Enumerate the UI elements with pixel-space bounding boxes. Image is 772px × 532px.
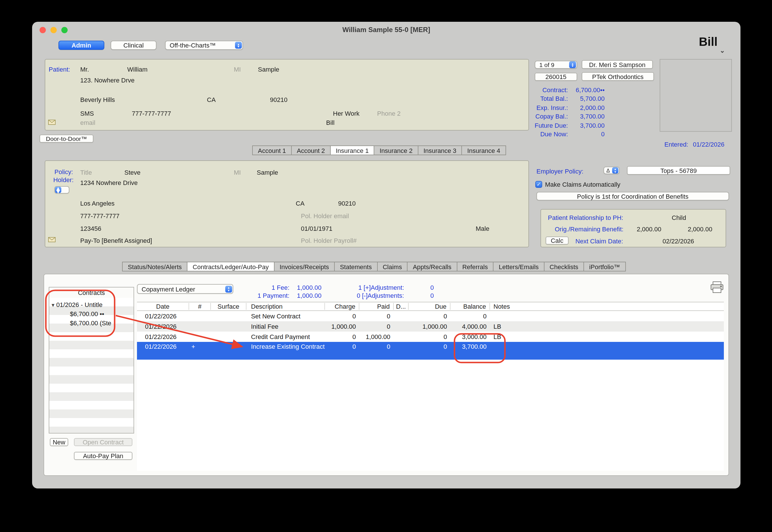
patient-city-field[interactable]: Beverly Hills bbox=[80, 96, 115, 103]
admin-tab-button[interactable]: Admin bbox=[58, 41, 104, 50]
ph-payto-field[interactable]: Pay-To [Benefit Assigned] bbox=[80, 237, 152, 244]
col-charge[interactable]: Charge bbox=[325, 303, 359, 310]
patient-last-name-field[interactable]: Sample bbox=[258, 66, 279, 73]
autopay-plan-button[interactable]: Auto-Pay Plan bbox=[74, 452, 132, 460]
benefit-remaining[interactable]: 2,000.00 bbox=[688, 226, 712, 232]
ph-title-placeholder[interactable]: Title bbox=[80, 169, 92, 176]
ledger-view-dropdown[interactable]: Copayment Ledger bbox=[137, 284, 233, 294]
col-surface[interactable]: Surface bbox=[211, 303, 247, 310]
col-notes[interactable]: Notes bbox=[490, 303, 724, 310]
tab-insurance-1[interactable]: Insurance 1 bbox=[330, 145, 375, 155]
benefit-original[interactable]: 2,000.00 bbox=[637, 226, 661, 232]
disclosure-triangle-icon[interactable] bbox=[52, 301, 54, 308]
contract-tree-child[interactable]: $6,700.00 •• bbox=[70, 310, 104, 317]
col-balance[interactable]: Balance bbox=[450, 303, 490, 310]
patient-state-field[interactable]: CA bbox=[207, 96, 216, 103]
app-window: William Sample 55-0 [MER] Admin Clinical… bbox=[32, 22, 741, 488]
user-menu[interactable]: Bill bbox=[699, 35, 718, 49]
ledger-summary-left: 1 Fee:1,000.00 1 Payment:1,000.00 bbox=[246, 283, 322, 300]
ph-address-field[interactable]: 1234 Nowhere Drive bbox=[80, 179, 138, 186]
col-number[interactable]: # bbox=[189, 303, 211, 310]
tab-claims[interactable]: Claims bbox=[377, 262, 407, 271]
tab-status-notes-alerts[interactable]: Status/Notes/Alerts bbox=[122, 262, 187, 271]
print-icon[interactable] bbox=[710, 281, 724, 296]
tab-checklists[interactable]: Checklists bbox=[544, 262, 584, 271]
col-due[interactable]: Due bbox=[409, 303, 450, 310]
tab-invoices-receipts[interactable]: Invoices/Receipts bbox=[274, 262, 335, 271]
coordination-button[interactable]: Policy is 1st for Coordination of Benefi… bbox=[536, 192, 729, 200]
chevron-down-icon[interactable] bbox=[720, 45, 725, 55]
ph-zip-field[interactable]: 90210 bbox=[338, 200, 356, 207]
tab-account-2[interactable]: Account 2 bbox=[291, 145, 331, 155]
tab-iportfolio[interactable]: iPortfolio™ bbox=[584, 262, 626, 271]
new-contract-button[interactable]: New bbox=[50, 438, 68, 446]
contract-tree-node[interactable]: 01/2026 - Untitle bbox=[52, 301, 103, 308]
door-to-door-button[interactable]: Door-to-Door™ bbox=[40, 135, 93, 143]
cell-paid: 0 bbox=[359, 343, 394, 350]
col-description[interactable]: Description bbox=[247, 303, 325, 310]
col-d[interactable]: D... bbox=[394, 303, 409, 310]
calc-button[interactable]: Calc bbox=[545, 237, 568, 245]
next-claim-label: Next Claim Date: bbox=[575, 238, 623, 245]
neg-adj-value: 0 bbox=[404, 292, 434, 299]
ph-email-placeholder[interactable]: Pol. Holder email bbox=[301, 212, 349, 219]
patient-first-name-field[interactable]: William bbox=[127, 66, 147, 73]
tab-contracts-ledger-autopay[interactable]: Contracts/Ledger/Auto-Pay bbox=[187, 262, 274, 271]
cell-description: Credit Card Payment bbox=[247, 333, 325, 340]
ph-city-field[interactable]: Los Angeles bbox=[80, 200, 115, 207]
screen: William Sample 55-0 [MER] Admin Clinical… bbox=[0, 0, 772, 532]
envelope-icon[interactable] bbox=[48, 237, 56, 243]
col-paid[interactable]: Paid bbox=[359, 303, 394, 310]
patient-address-field[interactable]: 123. Nowhere Drve bbox=[80, 77, 135, 84]
clinical-tab-button[interactable]: Clinical bbox=[111, 41, 156, 50]
patient-phone-field[interactable]: 777-777-7777 bbox=[132, 110, 171, 117]
stat-value: 3,700.00 bbox=[571, 122, 605, 129]
envelope-icon[interactable] bbox=[48, 119, 56, 126]
make-claims-checkbox[interactable] bbox=[535, 181, 542, 188]
tab-appts-recalls[interactable]: Appts/Recalls bbox=[407, 262, 457, 271]
next-claim-date[interactable]: 02/22/2026 bbox=[663, 238, 694, 245]
employer-delta-dropdown[interactable]: Δ bbox=[604, 167, 620, 174]
cell-charge: 0 bbox=[325, 313, 359, 320]
ph-payroll-placeholder[interactable]: Pol. Holder Payroll# bbox=[301, 237, 357, 244]
patient-zip-field[interactable]: 90210 bbox=[270, 96, 288, 103]
practice-button[interactable]: PTek Orthodontics bbox=[582, 72, 654, 81]
ph-last-name-field[interactable]: Sample bbox=[257, 169, 278, 176]
table-row[interactable]: 01/22/2026 Credit Card Payment 0 1,000.0… bbox=[137, 332, 724, 342]
doctor-button[interactable]: Dr. Meri S Sampson bbox=[582, 60, 653, 69]
record-nav-dropdown[interactable]: 1 of 9 bbox=[535, 61, 577, 69]
ph-state-field[interactable]: CA bbox=[296, 200, 305, 207]
patient-photo-placeholder[interactable] bbox=[660, 59, 732, 132]
patient-label: Patient: bbox=[49, 66, 70, 73]
policy-delta-dropdown[interactable]: Δ bbox=[54, 186, 69, 194]
tab-insurance-2[interactable]: Insurance 2 bbox=[374, 145, 418, 155]
phone2-field-placeholder[interactable]: Phone 2 bbox=[377, 110, 401, 117]
employer-policy-field[interactable]: Tops - 56789 bbox=[627, 166, 730, 175]
table-row[interactable]: 01/22/2026 Initial Fee 1,000.00 0 1,000.… bbox=[137, 321, 724, 332]
table-row-selected[interactable]: 01/22/2026 + Increase Existing Contract … bbox=[137, 342, 724, 360]
relationship-value[interactable]: Child bbox=[672, 214, 686, 221]
tab-insurance-4[interactable]: Insurance 4 bbox=[462, 145, 506, 155]
relationship-label: Patient Relationship to PH: bbox=[548, 214, 623, 221]
patient-prefix-field[interactable]: Mr. bbox=[80, 66, 89, 73]
table-row[interactable]: 01/22/2026 Set New Contract 0 0 0 0 bbox=[137, 311, 724, 321]
tab-insurance-3[interactable]: Insurance 3 bbox=[418, 145, 462, 155]
ph-sex-field[interactable]: Male bbox=[476, 225, 489, 232]
patient-email-placeholder[interactable]: email bbox=[80, 119, 95, 126]
col-date[interactable]: Date bbox=[137, 303, 189, 310]
tab-letters-emails[interactable]: Letters/Emails bbox=[493, 262, 544, 271]
phone2-contact-field[interactable]: Bill bbox=[326, 119, 334, 126]
ph-policy-number-field[interactable]: 123456 bbox=[80, 225, 101, 232]
tab-referrals[interactable]: Referrals bbox=[456, 262, 493, 271]
tab-account-1[interactable]: Account 1 bbox=[252, 145, 292, 155]
ph-phone-field[interactable]: 777-777-7777 bbox=[80, 212, 119, 219]
ph-dob-field[interactable]: 01/01/1971 bbox=[301, 225, 332, 232]
ph-first-name-field[interactable]: Steve bbox=[124, 169, 140, 176]
tab-statements[interactable]: Statements bbox=[334, 262, 377, 271]
chart-number-field[interactable]: 260015 bbox=[535, 73, 577, 81]
contract-tree-child[interactable]: $6,700.00 (Ste bbox=[70, 320, 111, 326]
fee-value: 1,000.00 bbox=[290, 284, 322, 291]
off-the-charts-dropdown[interactable]: Off-the-Charts™ bbox=[165, 41, 243, 50]
ledger-table: Date # Surface Description Charge Paid D… bbox=[137, 302, 724, 471]
open-contract-button[interactable]: Open Contract bbox=[74, 438, 132, 446]
